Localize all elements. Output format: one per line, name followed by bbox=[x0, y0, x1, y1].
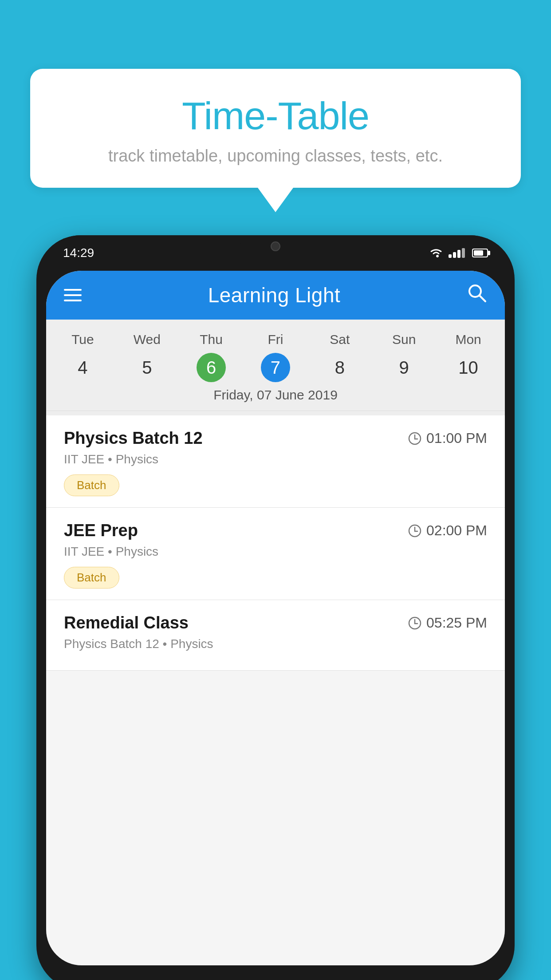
speech-bubble-subtitle: track timetable, upcoming classes, tests… bbox=[57, 146, 494, 166]
batch-badge-1: Batch bbox=[64, 474, 119, 496]
schedule-item-3-header: Remedial Class 05:25 PM bbox=[64, 613, 487, 632]
speech-bubble-container: Time-Table track timetable, upcoming cla… bbox=[30, 69, 521, 212]
schedule-item-2[interactable]: JEE Prep 02:00 PM IIT JEE • Physics Batc… bbox=[46, 508, 505, 600]
phone-frame: 14:29 bbox=[36, 235, 515, 980]
day-label-tue[interactable]: Tue bbox=[51, 328, 115, 351]
battery-icon bbox=[472, 249, 488, 257]
phone-time: 14:29 bbox=[63, 246, 94, 260]
schedule-item-1-title: Physics Batch 12 bbox=[64, 429, 203, 448]
day-num-6-today[interactable]: 6 bbox=[197, 353, 226, 382]
signal-bar-1 bbox=[449, 254, 452, 258]
hamburger-line-2 bbox=[64, 294, 82, 296]
signal-bar-3 bbox=[457, 250, 460, 258]
clock-icon-1 bbox=[408, 431, 422, 446]
calendar-strip: Tue Wed Thu Fri Sat Sun Mon 4 5 6 7 8 9 … bbox=[46, 320, 505, 415]
schedule-list: Physics Batch 12 01:00 PM IIT JEE • Phys… bbox=[46, 415, 505, 671]
phone-notch bbox=[240, 235, 311, 257]
day-num-5[interactable]: 5 bbox=[115, 353, 179, 382]
schedule-item-3-time: 05:25 PM bbox=[408, 615, 487, 631]
clock-icon-2 bbox=[408, 524, 422, 538]
wifi-icon bbox=[429, 247, 443, 259]
schedule-item-2-time: 02:00 PM bbox=[408, 522, 487, 539]
day-label-thu[interactable]: Thu bbox=[179, 328, 244, 351]
clock-icon-3 bbox=[408, 616, 422, 630]
app-title: Learning Light bbox=[208, 283, 341, 307]
signal-bars bbox=[449, 248, 465, 258]
schedule-item-1-time: 01:00 PM bbox=[408, 430, 487, 447]
schedule-item-2-header: JEE Prep 02:00 PM bbox=[64, 521, 487, 540]
schedule-item-2-title: JEE Prep bbox=[64, 521, 138, 540]
day-num-8[interactable]: 8 bbox=[307, 353, 372, 382]
day-num-7-selected[interactable]: 7 bbox=[261, 353, 290, 382]
schedule-item-1-header: Physics Batch 12 01:00 PM bbox=[64, 429, 487, 448]
signal-bar-4 bbox=[462, 248, 465, 258]
day-num-10[interactable]: 10 bbox=[436, 353, 500, 382]
speech-bubble: Time-Table track timetable, upcoming cla… bbox=[30, 69, 521, 188]
camera-dot bbox=[271, 241, 280, 251]
signal-bar-2 bbox=[453, 252, 456, 258]
schedule-item-2-sub: IIT JEE • Physics bbox=[64, 545, 487, 559]
day-label-fri[interactable]: Fri bbox=[244, 328, 308, 351]
day-numbers: 4 5 6 7 8 9 10 bbox=[46, 353, 505, 382]
selected-date-label: Friday, 07 June 2019 bbox=[46, 382, 505, 411]
speech-bubble-title: Time-Table bbox=[57, 93, 494, 138]
battery-fill bbox=[474, 250, 483, 256]
phone-screen: Learning Light Tue Wed Thu Fri Sat Sun M… bbox=[46, 271, 505, 965]
svg-line-1 bbox=[480, 296, 485, 301]
day-headers: Tue Wed Thu Fri Sat Sun Mon bbox=[46, 328, 505, 351]
schedule-item-3-title: Remedial Class bbox=[64, 613, 189, 632]
status-icons bbox=[429, 247, 488, 259]
search-icon[interactable] bbox=[467, 283, 487, 308]
schedule-item-3-sub: Physics Batch 12 • Physics bbox=[64, 637, 487, 651]
schedule-item-1-sub: IIT JEE • Physics bbox=[64, 452, 487, 466]
schedule-item-3[interactable]: Remedial Class 05:25 PM Physics Batch 12… bbox=[46, 600, 505, 671]
hamburger-line-3 bbox=[64, 300, 82, 301]
app-header: Learning Light bbox=[46, 271, 505, 320]
speech-bubble-tail bbox=[258, 188, 293, 212]
hamburger-menu-button[interactable] bbox=[64, 289, 82, 301]
hamburger-line-1 bbox=[64, 289, 82, 291]
day-label-wed[interactable]: Wed bbox=[115, 328, 179, 351]
batch-badge-2: Batch bbox=[64, 567, 119, 589]
phone-top-bar: 14:29 bbox=[36, 235, 515, 271]
schedule-item-1[interactable]: Physics Batch 12 01:00 PM IIT JEE • Phys… bbox=[46, 415, 505, 508]
day-label-sun[interactable]: Sun bbox=[372, 328, 436, 351]
day-label-sat[interactable]: Sat bbox=[307, 328, 372, 351]
day-label-mon[interactable]: Mon bbox=[436, 328, 500, 351]
day-num-9[interactable]: 9 bbox=[372, 353, 436, 382]
day-num-4[interactable]: 4 bbox=[51, 353, 115, 382]
